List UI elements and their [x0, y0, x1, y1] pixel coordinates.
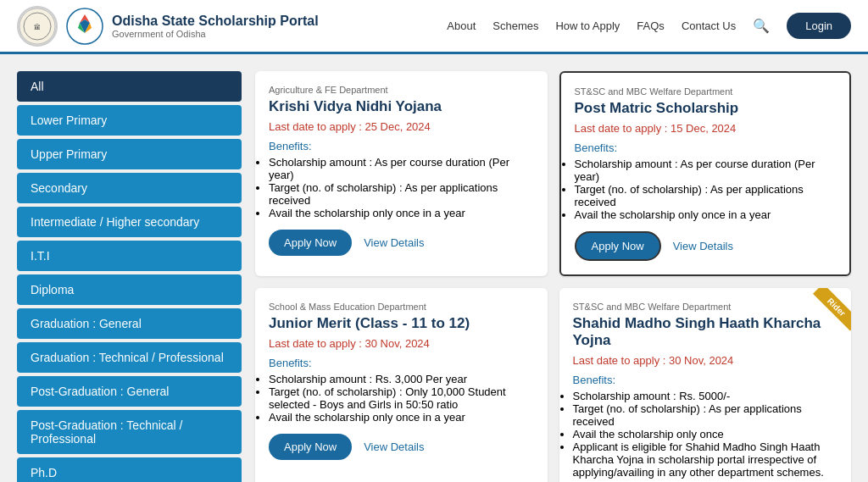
- card-junior-merit-title: Junior Merit (Class - 11 to 12): [269, 315, 534, 332]
- sidebar-item-upper-primary[interactable]: Upper Primary: [17, 139, 242, 169]
- search-icon[interactable]: 🔍: [753, 18, 770, 34]
- view-details-link-post-matric[interactable]: View Details: [673, 240, 733, 252]
- login-button[interactable]: Login: [787, 13, 851, 39]
- card-shahid-date: Last date to apply : 30 Nov, 2024: [573, 354, 838, 367]
- card-shahid-benefits-label: Benefits:: [573, 374, 838, 386]
- card-shahid-madho: Rider ST&SC and MBC Welfare Department S…: [559, 288, 852, 482]
- main-nav: About Schemes How to Apply FAQs Contact …: [447, 13, 851, 39]
- nav-contact-us[interactable]: Contact Us: [682, 19, 736, 32]
- card-post-matric: ST&SC and MBC Welfare Department Post Ma…: [559, 71, 852, 276]
- org-subtitle: Government of Odisha: [112, 29, 319, 39]
- card-junior-merit-dept: School & Mass Education Department: [269, 302, 534, 312]
- benefit-item: Scholarship amount : As per course durat…: [575, 158, 837, 183]
- benefit-item: Avail the scholarship only once in a yea…: [269, 207, 534, 219]
- logo-area: 🏛 Odisha State Scholarship Portal Govern…: [17, 6, 319, 47]
- benefit-item: Target (no. of scholarship) : As per app…: [575, 183, 837, 208]
- nav-about[interactable]: About: [447, 19, 476, 32]
- benefit-item: Avail the scholarship only once: [573, 428, 838, 440]
- nav-faqs[interactable]: FAQs: [637, 19, 665, 32]
- card-post-matric-actions: Apply Now View Details: [575, 231, 837, 261]
- sidebar-item-secondary[interactable]: Secondary: [17, 173, 242, 203]
- card-shahid-title: Shahid Madho Singh Haath Kharcha Yojna: [573, 315, 838, 349]
- view-details-link-junior-merit[interactable]: View Details: [364, 440, 424, 453]
- card-shahid-benefits: Scholarship amount : Rs. 5000/- Target (…: [573, 390, 838, 479]
- view-details-link-krishi[interactable]: View Details: [364, 236, 424, 249]
- benefit-item: Avail the scholarship only once in a yea…: [575, 208, 837, 221]
- nav-how-to-apply[interactable]: How to Apply: [555, 19, 620, 32]
- benefit-item: Avail the scholarship only once in a yea…: [269, 411, 534, 424]
- apply-now-button-junior-merit[interactable]: Apply Now: [269, 434, 352, 460]
- sidebar: All Lower Primary Upper Primary Secondar…: [17, 71, 242, 482]
- sidebar-item-postgrad-general[interactable]: Post-Graduation : General: [17, 376, 242, 407]
- sidebar-item-diploma[interactable]: Diploma: [17, 274, 242, 305]
- org-title-block: Odisha State Scholarship Portal Governme…: [112, 14, 319, 39]
- card-junior-merit: School & Mass Education Department Junio…: [255, 288, 548, 482]
- card-junior-merit-benefits: Scholarship amount : Rs. 3,000 Per year …: [269, 373, 534, 424]
- card-krishi: Agriculture & FE Department Krishi Vidya…: [255, 71, 548, 276]
- card-post-matric-title: Post Matric Scholarship: [575, 100, 837, 117]
- ribbon-text: Rider: [813, 288, 851, 330]
- apply-now-button-krishi[interactable]: Apply Now: [269, 230, 352, 256]
- benefit-item: Scholarship amount : Rs. 3,000 Per year: [269, 373, 534, 385]
- card-junior-merit-date: Last date to apply : 30 Nov, 2024: [269, 337, 534, 350]
- benefit-item: Target (no. of scholarship) : As per app…: [269, 181, 534, 207]
- cards-grid: Agriculture & FE Department Krishi Vidya…: [255, 71, 851, 482]
- card-krishi-title: Krishi Vidya Nidhi Yojana: [269, 98, 534, 115]
- benefit-item: Applicant is eligible for Shahid Madho S…: [573, 440, 838, 479]
- sidebar-item-graduation-tech[interactable]: Graduation : Technical / Professional: [17, 342, 242, 373]
- sidebar-item-lower-primary[interactable]: Lower Primary: [17, 105, 242, 136]
- ribbon-badge: Rider: [800, 288, 851, 339]
- card-krishi-dept: Agriculture & FE Department: [269, 85, 534, 95]
- card-krishi-benefits: Scholarship amount : As per course durat…: [269, 156, 534, 219]
- card-post-matric-date: Last date to apply : 15 Dec, 2024: [575, 122, 837, 135]
- header: 🏛 Odisha State Scholarship Portal Govern…: [0, 0, 868, 54]
- card-krishi-actions: Apply Now View Details: [269, 230, 534, 256]
- sidebar-item-postgrad-tech[interactable]: Post-Graduation : Technical / Profession…: [17, 410, 242, 454]
- apply-now-button-post-matric[interactable]: Apply Now: [575, 231, 661, 261]
- sidebar-item-intermediate[interactable]: Intermediate / Higher secondary: [17, 207, 242, 237]
- ossp-logo: [64, 6, 105, 47]
- nav-schemes[interactable]: Schemes: [492, 19, 538, 32]
- sidebar-item-graduation-general[interactable]: Graduation : General: [17, 308, 242, 339]
- card-junior-merit-actions: Apply Now View Details: [269, 434, 534, 460]
- svg-text:🏛: 🏛: [34, 23, 41, 31]
- card-post-matric-dept: ST&SC and MBC Welfare Department: [575, 86, 837, 97]
- card-post-matric-benefits: Scholarship amount : As per course durat…: [575, 158, 837, 221]
- card-shahid-dept: ST&SC and MBC Welfare Department: [573, 302, 838, 312]
- benefit-item: Target (no. of scholarship) : Only 10,00…: [269, 385, 534, 411]
- main-content: All Lower Primary Upper Primary Secondar…: [0, 54, 868, 482]
- card-krishi-date: Last date to apply : 25 Dec, 2024: [269, 120, 534, 133]
- sidebar-item-iti[interactable]: I.T.I: [17, 241, 242, 271]
- benefit-item: Scholarship amount : As per course durat…: [269, 156, 534, 181]
- sidebar-item-phd[interactable]: Ph.D: [17, 457, 242, 482]
- card-junior-merit-benefits-label: Benefits:: [269, 357, 534, 369]
- sidebar-item-all[interactable]: All: [17, 71, 242, 102]
- card-krishi-benefits-label: Benefits:: [269, 140, 534, 152]
- org-name: Odisha State Scholarship Portal: [112, 14, 319, 29]
- benefit-item: Scholarship amount : Rs. 5000/-: [573, 390, 838, 402]
- benefit-item: Target (no. of scholarship) : As per app…: [573, 402, 838, 428]
- odisha-emblem: 🏛: [17, 6, 58, 47]
- card-post-matric-benefits-label: Benefits:: [575, 141, 837, 154]
